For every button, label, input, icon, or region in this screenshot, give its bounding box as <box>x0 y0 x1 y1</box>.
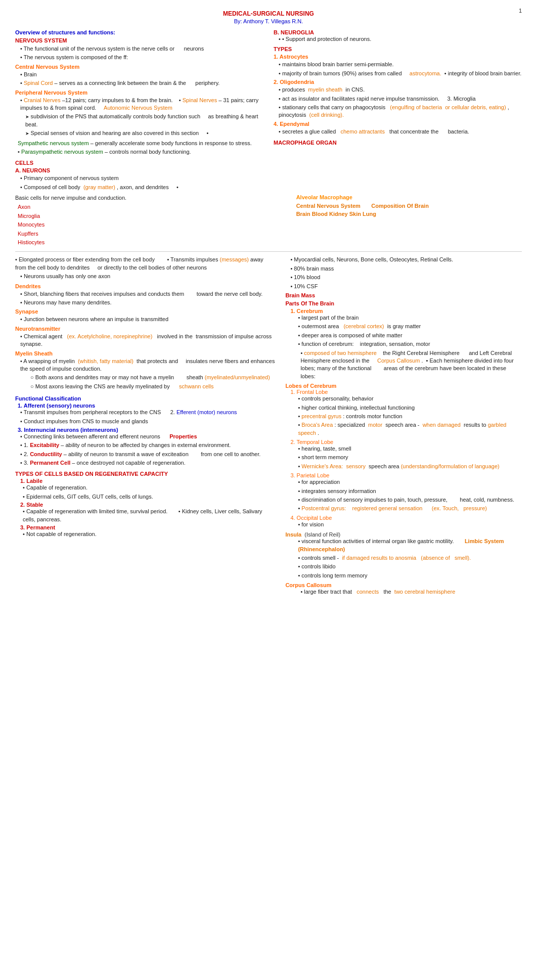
axon-label: Axon <box>18 203 286 211</box>
neuron-item-2: Composed of cell body (gray matter) , ax… <box>20 184 263 191</box>
temporal-item-3: Wernicke's Area: sensory speech area (un… <box>298 463 522 470</box>
parietal-item-1: for appreciation <box>298 478 522 486</box>
cerebrum-item-4: function of cerebrum: integration, sensa… <box>298 340 522 348</box>
neurons-header: A. NEURONS <box>15 167 263 173</box>
brain-blood-label: Brain Blood Kidney Skin Lung <box>296 211 376 217</box>
occipital-item-1: for vision <box>298 521 522 528</box>
cells-header: CELLS <box>15 160 263 166</box>
astrocytes-header: 1. Astrocytes <box>274 54 522 60</box>
neurotransmitter-text: Chemical agent (ex. Acetylcholine, norep… <box>20 333 275 348</box>
myocardial-text: Myocardial cells, Neurons, Bone cells, O… <box>290 256 522 263</box>
permanent-header: 3. Permanent <box>20 524 275 530</box>
astrocytes-item-1: maintains blood brain barrier semi-permi… <box>279 61 522 68</box>
afferent-item: Transmit impulses from peripheral recept… <box>20 409 275 416</box>
brain-mass-header: Brain Mass <box>285 292 522 298</box>
conduct-item: Conduct impulses from CNS to muscle and … <box>20 418 275 425</box>
autonomic-item-2: Special senses of vision and hearing are… <box>25 129 263 137</box>
myelin-header: Myelin Sheath <box>15 350 275 357</box>
insula-header: Insula (Island of Reil) <box>285 531 522 538</box>
overview-header: Overview of structures and functions: <box>15 29 263 35</box>
afferent-header: 1. Afferent (sensory) neurons <box>18 403 275 409</box>
parietal-item-3: discrimination of sensory impulses to pa… <box>298 496 522 504</box>
cns-label: Central Nervous System <box>296 203 361 209</box>
internuncial-header: 3. Internuncial neurons (interneurons) <box>18 427 275 433</box>
alveolar-macrophage: Alveolar Macrophage <box>296 194 522 200</box>
neuroglia-support: • Support and protection of neurons. <box>279 35 522 43</box>
temporal-item-2: short term memory <box>298 454 522 461</box>
parietal-item-2: integrates sensory information <box>298 487 522 495</box>
insula-item-3: controls libido <box>298 563 522 570</box>
cerebrum-item-2: outermost area (cerebral cortex) is gray… <box>298 323 522 330</box>
pns-item-1: Cranial Nerves –12 pairs; carry impulses… <box>20 97 263 112</box>
lobes-header: Lobes of Cerebrum <box>285 383 522 389</box>
temporal-header: 2. Temporal Lobe <box>290 439 522 445</box>
functional-class-header: Functional Classification <box>15 395 275 402</box>
cerebrum-item-3: deeper area is composed of white matter <box>298 332 522 339</box>
corpus-text: • large fiber tract that connects the tw… <box>300 588 522 596</box>
autonomic-item-1: subdivision of the PNS that automaticall… <box>25 113 263 128</box>
nervous-system-header: NERVOUS SYSTEM <box>15 37 263 43</box>
basic-cells-text: Basic cells for nerve impulse and conduc… <box>15 194 286 202</box>
brain-mass-item-2: 10% blood <box>290 274 522 281</box>
dendrites-item-1: Short, blanching fibers that receives im… <box>20 290 275 298</box>
oligodendria-header: 2. Oligodendria <box>274 79 522 85</box>
insula-item-1: visceral function activities of internal… <box>298 538 522 553</box>
composition-label: Composition Of Brain <box>371 203 429 209</box>
frontal-item-2: higher cortical thinking, intellectual f… <box>298 404 522 412</box>
parts-brain-header: Parts Of The Brain <box>285 300 522 306</box>
page-subtitle: By: Anthony T. Villegas R.N. <box>15 18 522 24</box>
oligo-item-1: produces myelin sheath in CNS. <box>279 86 522 94</box>
synapse-text: Junction between neurons where an impuls… <box>20 316 275 323</box>
kupffers-label: Kupffers <box>18 230 286 238</box>
labile-header: 1. Labile <box>20 478 275 484</box>
spinal-cord-item: Spinal Cord – serves as a connecting lin… <box>20 79 263 87</box>
stable-header: 2. Stable <box>20 502 275 508</box>
brain-item: Brain <box>20 71 263 78</box>
permanent-cell-item: 3. Permanent Cell – once destroyed not c… <box>20 459 275 467</box>
labile-item-1: Capable of regeneration. <box>23 484 275 492</box>
sympathetic-text: Sympathetic nervous system – generally a… <box>18 140 263 147</box>
oligo-item-3: stationary cells that carry on phagocyto… <box>279 104 522 119</box>
stable-item: Capable of regeneration with limited tim… <box>23 508 275 523</box>
nervous-item-2: The nervous system is composed of the ff… <box>20 54 263 61</box>
ependymal-item: secretes a glue called chemo attractants… <box>279 128 522 136</box>
histiocytes-label: Histiocytes <box>18 239 286 246</box>
types-header: TYPES <box>274 46 522 52</box>
excitability-item: 1. Excitability – ability of neuron to b… <box>20 441 275 449</box>
two-hemispheres-text: • composed of two hemisphere the Right C… <box>300 349 522 381</box>
permanent-item: Not capable of regeneration. <box>23 530 275 538</box>
cerebrum-header: 1. Cerebrum <box>290 308 522 314</box>
insula-item-4: controls long term memory <box>298 572 522 580</box>
corpus-header: Corpus Callosum <box>285 582 522 588</box>
neuron-item-1: Primary component of nervous system <box>20 174 263 182</box>
astrocytes-item-2: majority of brain tumors (90%) arises fr… <box>279 70 522 77</box>
myelin-item-3: Most axons leaving the CNS are heavily m… <box>30 383 275 390</box>
neurotransmitter-header: Neurotransmitter <box>15 326 275 332</box>
labile-item-2: Epidermal cells, GIT cells, GUT cells, c… <box>23 493 275 501</box>
temporal-item-1: hearing, taste, smell <box>298 445 522 453</box>
ependymal-header: 4. Ependymal <box>274 121 522 127</box>
neuroglia-header: B. NEUROGLIA <box>274 29 522 35</box>
one-axon-text: Neurons usually has only one axon <box>20 273 275 280</box>
pns-header: Peripheral Nervous System <box>15 90 263 96</box>
brain-mass-item-1: 80% brain mass <box>290 265 522 273</box>
internuncial-item: Connecting links between afferent and ef… <box>20 433 275 440</box>
page-title: MEDICAL-SURGICAL NURSING <box>15 10 522 17</box>
brain-mass-item-3: 10% CSF <box>290 283 522 290</box>
frontal-item-1: controls personality, behavior <box>298 395 522 403</box>
dendrites-item-2: Neurons may have many dendrites. <box>20 299 275 306</box>
frontal-item-4: Broca's Area : specialized motor speech … <box>298 421 522 437</box>
synapse-header: Synapse <box>15 308 275 315</box>
types-cells-header: TYPES OF CELLS BASED ON REGENERATIVE CAP… <box>15 471 275 477</box>
occipital-header: 4. Occipital Lobe <box>290 515 522 521</box>
frontal-header: 1. Frontal Lobe <box>290 389 522 395</box>
conductility-item: 2. Conductility – ability of neuron to t… <box>20 451 275 458</box>
page-number: 1 <box>519 8 522 14</box>
cerebrum-item-1: largest part of the brain <box>298 314 522 322</box>
cns-header: Central Nervous System <box>15 64 263 70</box>
myelin-item-2: Both axons and dendrites may or may not … <box>30 374 275 381</box>
insula-item-2: controls smell - if damaged results to a… <box>298 554 522 562</box>
microglia-label: Microglia <box>18 212 286 220</box>
macrophage-header: MACROPHAGE ORGAN <box>274 140 522 146</box>
parietal-header: 3. Parietal Lobe <box>290 472 522 478</box>
